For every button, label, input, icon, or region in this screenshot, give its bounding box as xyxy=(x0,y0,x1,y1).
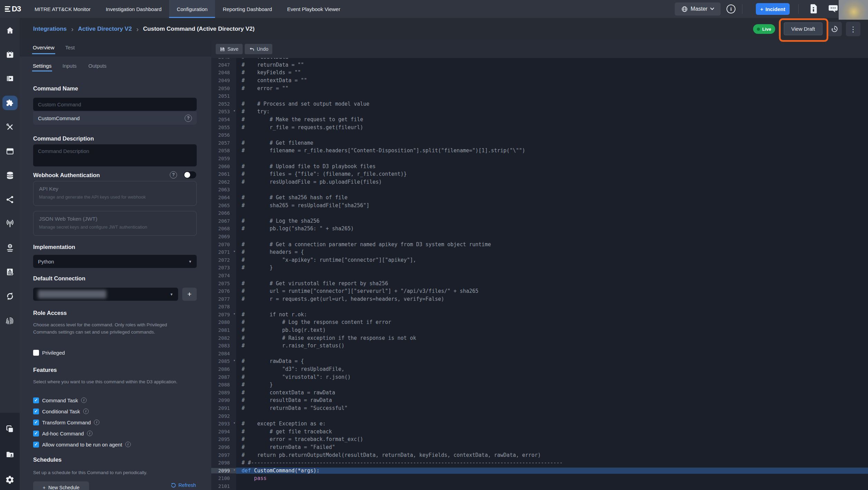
subtab-inputs[interactable]: Inputs xyxy=(62,63,77,69)
sidebar-item-schedule[interactable] xyxy=(0,144,20,159)
breadcrumb-integrations[interactable]: Integrations xyxy=(33,26,67,32)
code-line-2078[interactable]: 2078 xyxy=(211,303,868,311)
api-key-card[interactable]: API Key Manage and generate the API keys… xyxy=(33,181,197,206)
code-line-2070[interactable]: 2070# # Get a connection parameter named… xyxy=(211,240,868,248)
privileged-checkbox[interactable] xyxy=(33,350,39,356)
sidebar-item-settings[interactable] xyxy=(0,472,20,487)
code-line-2050[interactable]: 2050# error = "" xyxy=(211,84,868,92)
sidebar-item-web-feeds[interactable] xyxy=(0,240,20,256)
code-line-2062[interactable]: 2062# resUploadFile = pb.uploadFile(file… xyxy=(211,178,868,186)
code-line-2086[interactable]: 2086# "d3": resUploadFile, xyxy=(211,365,868,373)
new-schedule-button[interactable]: + New Schedule xyxy=(33,481,89,490)
fold-caret-icon[interactable]: ▾ xyxy=(233,468,235,472)
sidebar-item-utility-tools[interactable] xyxy=(0,119,20,135)
code-line-2099[interactable]: 2099▾def CustomCommand(*args): xyxy=(211,467,868,474)
feature-checkbox[interactable]: ✓ xyxy=(33,442,39,448)
more-menu-button[interactable]: ⋮ xyxy=(846,22,860,36)
code-line-2057[interactable]: 2057# # Get filename xyxy=(211,139,868,147)
fold-caret-icon[interactable]: ▾ xyxy=(233,421,235,425)
jwt-card[interactable]: JSON Web Token (JWT) Manage secret keys … xyxy=(33,211,197,236)
site-selector[interactable]: Master xyxy=(675,2,721,16)
view-draft-button[interactable]: View Draft xyxy=(784,22,822,35)
subtab-settings[interactable]: Settings xyxy=(33,63,51,69)
fold-caret-icon[interactable]: ▾ xyxy=(233,109,235,113)
code-line-2079[interactable]: 2079▾# if not r.ok: xyxy=(211,311,868,319)
code-line-2100[interactable]: 2100 pass xyxy=(211,474,868,482)
code-line-2063[interactable]: 2063 xyxy=(211,186,868,194)
info-icon[interactable]: i xyxy=(83,409,89,414)
code-line-2068[interactable]: 2068# pb.log("sha256: " + sha265) xyxy=(211,225,868,233)
code-line-2083[interactable]: 2083# r.raise_for_status() xyxy=(211,342,868,350)
code-line-2081[interactable]: 2081# pb.log(r.text) xyxy=(211,326,868,334)
code-line-2064[interactable]: 2064# # Get sha256 hash of file xyxy=(211,194,868,202)
feature-checkbox[interactable]: ✓ xyxy=(33,397,39,403)
code-line-2077[interactable]: 2077# r = requests.get(url=url, headers=… xyxy=(211,295,868,303)
webhook-auth-toggle[interactable] xyxy=(183,171,197,179)
default-connection-select[interactable]: ▼ xyxy=(33,288,178,301)
version-history-button[interactable] xyxy=(827,22,842,36)
code-line-2060[interactable]: 2060# # Upload file to D3 playbook files xyxy=(211,162,868,170)
sidebar-item-integrations[interactable] xyxy=(0,95,20,111)
nav-tab-event-playbook-viewer[interactable]: Event Playbook Viewer xyxy=(280,0,348,18)
sidebar-item-playbook[interactable] xyxy=(0,71,20,86)
tab-test[interactable]: Test xyxy=(65,45,75,50)
fold-caret-icon[interactable]: ▾ xyxy=(233,312,235,316)
code-line-2093[interactable]: 2093▾# except Exception as e: xyxy=(211,420,868,428)
add-connection-button[interactable]: + xyxy=(182,288,197,301)
avatar[interactable] xyxy=(839,0,868,20)
code-line-2094[interactable]: 2094# # get file traceback xyxy=(211,428,868,436)
sidebar-item-home[interactable] xyxy=(0,23,20,38)
code-line-2092[interactable]: 2092 xyxy=(211,412,868,420)
code-line-2090[interactable]: 2090# resultData = rawData xyxy=(211,396,868,404)
sidebar-item-copy[interactable] xyxy=(0,421,20,436)
code-line-2073[interactable]: 2073# } xyxy=(211,264,868,272)
live-status-badge[interactable]: Live xyxy=(753,24,775,34)
d3-logo[interactable]: D3 xyxy=(0,0,27,18)
code-line-2047[interactable]: 2047# returnData = "" xyxy=(211,61,868,69)
code-line-2101[interactable]: 2101 xyxy=(211,482,868,490)
code-line-2069[interactable]: 2069 xyxy=(211,233,868,241)
sidebar-item-sync[interactable] xyxy=(0,289,20,304)
code-line-2080[interactable]: 2080# # Log the response content if erro… xyxy=(211,318,868,326)
code-line-2088[interactable]: 2088# } xyxy=(211,381,868,389)
code-line-2075[interactable]: 2075# # Get virustotal file report by sh… xyxy=(211,279,868,287)
fold-caret-icon[interactable]: ▾ xyxy=(233,358,235,362)
code-line-2096[interactable]: 2096# returnData = "Failed" xyxy=(211,443,868,451)
document-icon[interactable] xyxy=(809,4,818,15)
command-name-input[interactable]: Custom Command xyxy=(33,98,197,111)
sidebar-item-fingerprint[interactable] xyxy=(0,313,20,328)
code-line-2066[interactable]: 2066 xyxy=(211,209,868,217)
nav-tab-mitre-att-ck-monitor[interactable]: MITRE ATT&CK Monitor xyxy=(27,0,98,18)
code-line-2059[interactable]: 2059 xyxy=(211,155,868,163)
code-line-2084[interactable]: 2084 xyxy=(211,350,868,358)
code-line-2072[interactable]: 2072# "x-apikey": runtime["connector"]["… xyxy=(211,256,868,264)
code-line-2049[interactable]: 2049# contextData = "" xyxy=(211,77,868,85)
info-icon[interactable]: i xyxy=(87,431,92,436)
code-line-2074[interactable]: 2074 xyxy=(211,272,868,280)
code-line-2051[interactable]: 2051 xyxy=(211,92,868,100)
code-line-2091[interactable]: 2091# returnData = "Successful" xyxy=(211,404,868,412)
command-description-input[interactable]: Command Description xyxy=(33,144,197,166)
refresh-button[interactable]: Refresh xyxy=(170,482,196,488)
sidebar-item-data-store[interactable] xyxy=(0,168,20,183)
code-editor[interactable]: 2046# resultData = ""2047# returnData = … xyxy=(211,40,868,490)
code-line-2053[interactable]: 2053▾# try: xyxy=(211,108,868,116)
subtab-outputs[interactable]: Outputs xyxy=(88,63,107,69)
info-icon[interactable]: i xyxy=(94,420,99,425)
info-icon[interactable]: i xyxy=(125,442,131,447)
code-line-2097[interactable]: 2097# return pb.returnOutputModel(result… xyxy=(211,451,868,459)
nav-tab-investigation-dashboard[interactable]: Investigation Dashboard xyxy=(98,0,169,18)
feature-checkbox[interactable]: ✓ xyxy=(33,431,39,436)
info-icon[interactable]: i xyxy=(81,397,87,403)
feature-checkbox[interactable]: ✓ xyxy=(33,409,39,414)
help-icon[interactable]: ? xyxy=(185,115,192,122)
fold-caret-icon[interactable]: ▾ xyxy=(233,249,235,253)
nav-tab-reporting-dashboard[interactable]: Reporting Dashboard xyxy=(215,0,280,18)
new-incident-button[interactable]: + Incident xyxy=(756,3,790,15)
code-line-2055[interactable]: 2055# r_file = requests.get(fileurl) xyxy=(211,123,868,131)
sidebar-item-calendar-event[interactable] xyxy=(0,47,20,62)
code-line-2089[interactable]: 2089# contextData = rawData xyxy=(211,389,868,397)
breadcrumb-integration-name[interactable]: Active Directory V2 xyxy=(78,26,132,32)
info-icon[interactable]: i xyxy=(726,4,735,13)
chat-icon[interactable] xyxy=(828,5,838,15)
